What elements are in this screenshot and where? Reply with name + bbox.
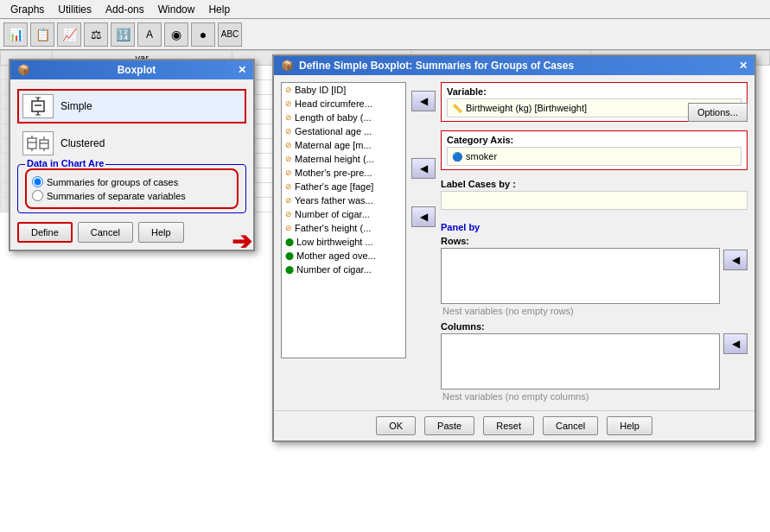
nest-columns-label: Nest variables (no empty columns)	[441, 391, 748, 402]
var-type-icon: ⊘	[285, 127, 292, 136]
menu-help[interactable]: Help	[201, 2, 237, 17]
list-item[interactable]: ⊘Years father was...	[282, 193, 405, 207]
list-item[interactable]: ⊘Head circumfere...	[282, 97, 405, 111]
var-type-icon: ⊘	[285, 224, 292, 232]
var-type-icon: ⊘	[285, 155, 292, 163]
toolbar-icon-8[interactable]: ●	[191, 22, 215, 47]
list-item[interactable]: ⊘Mother's pre-pre...	[282, 166, 405, 180]
boxplot-button-row: Define Cancel Help	[17, 222, 246, 243]
define-button[interactable]: Define	[17, 222, 73, 243]
var-name: Baby ID [ID]	[295, 85, 346, 95]
category-nominal-icon: 🔵	[452, 152, 462, 162]
toolbar-icon-5[interactable]: 🔢	[111, 22, 135, 47]
move-label-btn[interactable]: ◀	[411, 206, 436, 227]
list-item[interactable]: ⊘Maternal height (...	[282, 152, 405, 166]
toolbar-icon-3[interactable]: 📈	[57, 22, 81, 47]
list-item[interactable]: ⬤Number of cigar...	[282, 263, 405, 276]
move-variable-btn[interactable]: ◀	[411, 91, 436, 111]
rows-box[interactable]	[441, 248, 720, 304]
variable-list[interactable]: ⊘Baby ID [ID]⊘Head circumfere...⊘Length …	[281, 82, 406, 358]
main-area: var var var var 0 3.42 38 1 3.35 41 2 3.…	[0, 50, 770, 532]
label-cases-label: Label Cases by :	[441, 179, 748, 189]
menu-addons[interactable]: Add-ons	[99, 2, 151, 17]
data-in-chart-section: Data in Chart Are Summaries for groups o…	[17, 164, 246, 213]
move-category-btn[interactable]: ◀	[411, 158, 436, 179]
move-columns-btn[interactable]: ◀	[723, 333, 748, 354]
nest-rows-label: Nest variables (no empty rows)	[441, 306, 720, 316]
var-name: Number of cigar...	[296, 264, 372, 275]
svg-rect-6	[28, 138, 36, 149]
define-title-bar: 📦 Define Simple Boxplot: Summaries for G…	[274, 56, 754, 75]
toolbar-icon-4[interactable]: ⚖	[84, 22, 108, 47]
define-title-text: Define Simple Boxplot: Summaries for Gro…	[299, 60, 574, 72]
help-button[interactable]: Help	[138, 222, 184, 243]
toolbar-icon-2[interactable]: 📋	[30, 22, 54, 47]
boxplot-close-button[interactable]: ✕	[238, 64, 246, 76]
list-item[interactable]: ⊘Maternal age [m...	[282, 138, 405, 152]
panel-by-section: Panel by Rows: Nest variables (no empty …	[441, 222, 748, 403]
boxplot-title-text: Boxplot	[118, 64, 156, 76]
var-name: Father's height (...	[295, 223, 371, 233]
ok-button[interactable]: OK	[376, 416, 416, 435]
menu-window[interactable]: Window	[151, 2, 202, 17]
radio-groups-of-cases[interactable]: Summaries for groups of cases	[32, 176, 232, 187]
move-rows-btn[interactable]: ◀	[723, 250, 748, 270]
var-type-icon: ⬤	[285, 238, 294, 246]
toolbar-icon-1[interactable]: 📊	[3, 22, 28, 47]
define-title-icon: 📦	[281, 60, 294, 72]
menu-graphs[interactable]: Graphs	[3, 2, 51, 17]
var-type-icon: ⊘	[285, 141, 292, 149]
define-cancel-button[interactable]: Cancel	[543, 416, 598, 435]
var-type-icon: ⊘	[285, 86, 292, 94]
panel-arrow-btns: ◀	[723, 236, 748, 270]
list-item[interactable]: ⬤Low birthweight ...	[282, 235, 405, 249]
var-name: Maternal height (...	[295, 154, 374, 164]
variable-value-text: Birthweight (kg) [Birthweight]	[466, 103, 587, 113]
var-type-icon: ⊘	[285, 196, 292, 205]
list-item[interactable]: ⊘Father's age [fage]	[282, 180, 405, 193]
arrow-indicator: ➔	[232, 227, 251, 256]
variable-field-label: Variable:	[447, 86, 741, 97]
var-name: Low birthweight ...	[296, 237, 373, 247]
variable-scale-icon: 📏	[452, 104, 462, 113]
list-item[interactable]: ⊘Number of cigar...	[282, 207, 405, 221]
cancel-button[interactable]: Cancel	[78, 222, 133, 243]
var-type-icon: ⊘	[285, 182, 292, 191]
list-item[interactable]: ⊘Baby ID [ID]	[282, 83, 405, 97]
paste-button[interactable]: Paste	[424, 416, 474, 435]
radio-separate-variables[interactable]: Summaries of separate variables	[32, 190, 232, 201]
label-cases-input[interactable]	[441, 191, 748, 210]
var-type-icon: ⊘	[285, 113, 292, 122]
reset-button[interactable]: Reset	[483, 416, 534, 435]
boxplot-title-bar: 📦 Boxplot ✕	[10, 60, 253, 79]
var-name: Maternal age [m...	[295, 140, 372, 150]
category-axis-group: Category Axis: 🔵 smoker	[441, 130, 748, 170]
chart-type-simple[interactable]: Simple	[17, 89, 246, 124]
chart-type-clustered[interactable]: Clustered	[17, 126, 246, 161]
define-help-button[interactable]: Help	[607, 416, 652, 435]
var-name: Mother aged ove...	[296, 250, 376, 261]
menu-utilities[interactable]: Utilities	[51, 2, 99, 17]
category-value-text: smoker	[466, 151, 497, 162]
arrow-buttons-col1: ◀ ◀ ◀	[411, 82, 436, 403]
define-body: ⊘Baby ID [ID]⊘Head circumfere...⊘Length …	[274, 75, 754, 410]
simple-label: Simple	[60, 100, 92, 112]
toolbar-icon-9[interactable]: ABC	[218, 22, 242, 47]
var-name: Father's age [fage]	[295, 181, 373, 192]
boxplot-title-icon: 📦	[17, 64, 30, 76]
var-type-icon: ⬤	[285, 265, 294, 274]
options-button[interactable]: Options...	[688, 103, 748, 122]
toolbar-icon-7[interactable]: ◉	[164, 22, 188, 47]
list-item[interactable]: ⊘Length of baby (...	[282, 111, 405, 124]
define-footer: OK Paste Reset Cancel Help	[274, 410, 754, 440]
boxplot-dialog: 📦 Boxplot ✕ Simple	[9, 59, 255, 251]
var-type-icon: ⊘	[285, 99, 292, 108]
rows-label: Rows:	[441, 236, 720, 246]
columns-box[interactable]	[441, 333, 720, 390]
define-close-button[interactable]: ✕	[739, 60, 748, 72]
toolbar-icon-6[interactable]: A	[137, 22, 162, 47]
panel-by-title: Panel by	[441, 222, 748, 232]
list-item[interactable]: ⬤Mother aged ove...	[282, 249, 405, 263]
list-item[interactable]: ⊘Gestational age ...	[282, 124, 405, 138]
list-item[interactable]: ⊘Father's height (...	[282, 221, 405, 235]
